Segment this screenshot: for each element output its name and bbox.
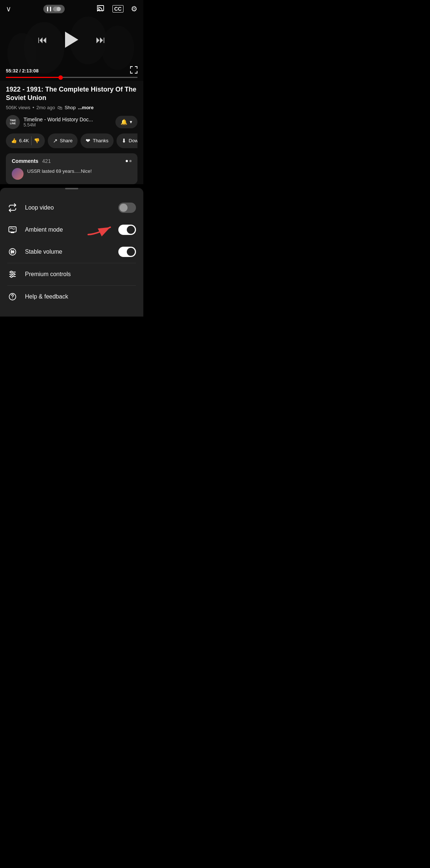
premium-controls-label: Premium controls: [25, 271, 71, 278]
comments-count: 421: [42, 158, 51, 164]
bell-icon: 🔔: [121, 119, 128, 125]
pause-pill[interactable]: [43, 5, 65, 13]
help-icon: [7, 292, 18, 302]
svg-point-19: [11, 275, 12, 277]
comments-section[interactable]: Comments 421 USSR lasted 69 years.....Ni…: [6, 153, 137, 184]
video-meta: 506K views • 2mo ago 🛍 Shop ...more: [6, 105, 137, 111]
progress-dot[interactable]: [58, 75, 63, 80]
comments-title: Comments: [12, 158, 38, 164]
download-label: Download: [129, 138, 137, 143]
share-button[interactable]: ↗ Share: [48, 133, 78, 148]
subscribe-bell-button[interactable]: 🔔 ▾: [115, 116, 137, 128]
share-label: Share: [60, 138, 73, 143]
thanks-icon: ❤: [86, 137, 90, 144]
video-player[interactable]: ∨: [0, 0, 143, 81]
dot-1: [126, 160, 128, 162]
svg-rect-9: [9, 227, 16, 232]
bottom-sheet: Loop video Ambient mode: [0, 188, 143, 317]
loop-video-label: Loop video: [25, 204, 54, 211]
channel-avatar[interactable]: TIMELINE: [6, 115, 20, 129]
shop-icon: 🛍: [57, 105, 62, 111]
video-controls-center: ⏮ ⏭: [0, 13, 143, 66]
progress-fill: [6, 77, 61, 78]
skip-forward-icon[interactable]: ⏭: [96, 34, 105, 46]
bell-dropdown-icon[interactable]: ▾: [130, 119, 132, 125]
like-count: 6.4K: [19, 138, 29, 143]
sheet-handle: [65, 188, 78, 189]
comments-title-row: Comments 421: [12, 158, 51, 164]
action-row: 👍 6.4K 👎 ↗ Share ❤ Thanks ⬇ Download: [6, 133, 137, 148]
loop-video-toggle[interactable]: [118, 203, 136, 213]
help-feedback-label: Help & feedback: [25, 293, 68, 300]
channel-left: TIMELINE Timeline - World History Doc...…: [6, 115, 93, 129]
premium-controls-icon: [7, 269, 18, 279]
thanks-button[interactable]: ❤ Thanks: [80, 133, 114, 148]
video-time: 55:32 / 2:13:08: [6, 68, 39, 74]
thumbup-icon: 👍: [11, 138, 17, 143]
channel-subs: 5.54M: [24, 122, 36, 128]
loop-video-item[interactable]: Loop video: [0, 197, 143, 219]
loop-video-icon: [7, 203, 18, 213]
like-separator: [31, 136, 32, 145]
help-feedback-item[interactable]: Help & feedback: [0, 286, 143, 308]
top-right-icons: CC ⚙: [97, 4, 137, 13]
views-text: 506K views: [6, 105, 30, 110]
arrow-annotation: [85, 220, 121, 240]
cc-icon[interactable]: CC: [112, 5, 123, 12]
settings-icon[interactable]: ⚙: [131, 4, 137, 13]
channel-name[interactable]: Timeline - World History Doc...: [24, 117, 93, 122]
video-title: 1922 - 1991: The Complete History Of The…: [6, 85, 137, 103]
premium-controls-item[interactable]: Premium controls: [0, 263, 143, 285]
stable-volume-item[interactable]: Stable volume: [0, 241, 143, 263]
ambient-mode-toggle[interactable]: [118, 225, 136, 235]
comment-row: USSR lasted 69 years.....Nice!: [12, 168, 132, 180]
video-top-bar: ∨: [0, 0, 143, 13]
video-overlay: ∨: [0, 0, 143, 81]
ambient-mode-item[interactable]: Ambient mode: [0, 219, 143, 241]
svg-point-17: [11, 271, 12, 273]
ambient-mode-label: Ambient mode: [25, 226, 63, 233]
thumbdown-icon[interactable]: 👎: [34, 138, 40, 143]
loop-video-knob: [119, 204, 128, 212]
ambient-mode-knob: [127, 226, 135, 234]
ambient-mode-icon: [7, 225, 18, 235]
comments-header: Comments 421: [12, 158, 132, 164]
stable-volume-knob: [127, 248, 135, 256]
svg-point-21: [12, 297, 13, 298]
fullscreen-icon[interactable]: [130, 66, 137, 75]
download-icon: ⬇: [122, 137, 126, 144]
channel-row: TIMELINE Timeline - World History Doc...…: [6, 115, 137, 129]
stable-volume-toggle[interactable]: [118, 247, 136, 257]
like-button[interactable]: 👍 6.4K 👎: [6, 133, 45, 148]
info-section: 1922 - 1991: The Complete History Of The…: [0, 81, 143, 184]
share-icon: ↗: [53, 137, 58, 144]
cast-icon[interactable]: [97, 5, 105, 13]
channel-info: Timeline - World History Doc... 5.54M: [24, 117, 93, 128]
svg-point-18: [13, 273, 15, 275]
play-button[interactable]: [65, 32, 78, 48]
download-button[interactable]: ⬇ Download: [117, 133, 137, 148]
thanks-label: Thanks: [93, 138, 108, 143]
comment-text: USSR lasted 69 years.....Nice!: [27, 168, 92, 175]
stable-volume-icon: [7, 247, 18, 257]
commenter-avatar: [12, 168, 24, 180]
minimize-icon[interactable]: ∨: [6, 4, 11, 13]
shop-label[interactable]: Shop: [65, 105, 76, 110]
stable-volume-label: Stable volume: [25, 249, 62, 255]
more-button[interactable]: ...more: [78, 105, 94, 110]
progress-bar[interactable]: [6, 77, 137, 78]
video-bottom-bar: 55:32 / 2:13:08: [0, 66, 143, 81]
dot-2: [129, 160, 132, 162]
comments-sort-dots[interactable]: [126, 160, 132, 162]
skip-back-icon[interactable]: ⏮: [38, 34, 47, 46]
upload-time: 2mo ago: [36, 105, 55, 110]
